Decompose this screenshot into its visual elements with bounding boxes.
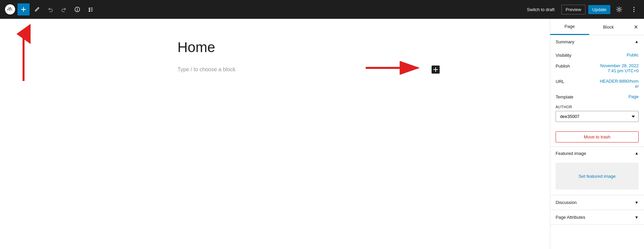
add-block-button[interactable] <box>17 3 30 15</box>
move-to-trash-button[interactable]: Move to trash <box>556 131 639 142</box>
svg-rect-9 <box>91 11 93 11</box>
featured-image-section: Featured image ▼ Set featured image <box>550 147 644 195</box>
tab-block[interactable]: Block <box>589 19 628 35</box>
publish-value[interactable]: November 28, 2022 7:41 pm UTC+0 <box>600 63 639 73</box>
add-block-inline-button[interactable] <box>432 66 440 74</box>
featured-image-section-header[interactable]: Featured image ▼ <box>550 147 644 160</box>
redo-button[interactable] <box>58 3 70 15</box>
publish-label: Publish <box>556 63 579 69</box>
summary-section: Summary ▼ Visibility Public Publish Nove… <box>550 35 644 147</box>
svg-point-12 <box>634 9 635 10</box>
page-attributes-section-title: Page Attributes <box>556 215 585 220</box>
discussion-section-header[interactable]: Discussion ▼ <box>550 195 644 210</box>
undo-button[interactable] <box>44 3 56 15</box>
featured-image-chevron-icon: ▼ <box>635 151 639 156</box>
main-layout: Home Type / to choose a block <box>0 19 644 249</box>
featured-image-content: Set featured image <box>550 160 644 195</box>
svg-rect-7 <box>91 9 93 10</box>
block-placeholder-row[interactable]: Type / to choose a block <box>177 64 372 75</box>
list-view-button[interactable] <box>85 3 97 15</box>
summary-section-title: Summary <box>556 39 574 44</box>
author-label: AUTHOR <box>556 105 639 109</box>
editor-content: Home Type / to choose a block <box>171 39 379 75</box>
svg-point-13 <box>634 11 635 12</box>
template-label: Template <box>556 94 579 99</box>
featured-image-section-title: Featured image <box>556 151 586 156</box>
svg-rect-6 <box>89 9 90 10</box>
url-row: URL HEADER:8890/hom e/ <box>556 79 639 89</box>
discussion-section-title: Discussion <box>556 200 577 205</box>
visibility-row: Visibility Public <box>556 52 639 58</box>
wp-logo[interactable]: W <box>4 3 16 15</box>
summary-section-header[interactable]: Summary ▼ <box>550 35 644 48</box>
page-attributes-section: Page Attributes ▼ <box>550 210 644 225</box>
arrow-right-annotation <box>366 61 433 75</box>
svg-point-11 <box>634 7 635 8</box>
preview-button[interactable]: Preview <box>561 5 586 14</box>
trash-section: Move to trash <box>550 127 644 147</box>
toolbar-right: Switch to draft Preview Update <box>523 3 640 15</box>
sidebar-close-button[interactable]: × <box>628 19 644 35</box>
page-attributes-section-header[interactable]: Page Attributes ▼ <box>550 210 644 224</box>
page-attributes-chevron-icon: ▼ <box>635 215 639 220</box>
update-button[interactable]: Update <box>588 5 610 14</box>
page-title[interactable]: Home <box>177 39 372 56</box>
discussion-section: Discussion ▼ <box>550 195 644 210</box>
top-toolbar: W <box>0 0 644 19</box>
switch-to-draft-button[interactable]: Switch to draft <box>523 5 558 14</box>
info-button[interactable] <box>71 3 83 15</box>
summary-content: Visibility Public Publish November 28, 2… <box>550 48 644 103</box>
set-featured-image-button[interactable]: Set featured image <box>556 163 639 190</box>
template-value[interactable]: Page <box>629 94 639 99</box>
visibility-label: Visibility <box>556 52 579 58</box>
publish-row: Publish November 28, 2022 7:41 pm UTC+0 <box>556 63 639 73</box>
tab-page[interactable]: Page <box>550 19 589 35</box>
discussion-chevron-icon: ▼ <box>635 200 639 205</box>
svg-rect-4 <box>89 8 90 9</box>
url-value[interactable]: HEADER:8890/hom e/ <box>600 79 639 89</box>
url-label: URL <box>556 79 579 84</box>
svg-point-10 <box>618 8 620 10</box>
toolbar-left: W <box>4 3 97 15</box>
author-select[interactable]: dee35007 <box>556 111 639 122</box>
placeholder-text: Type / to choose a block <box>177 67 372 73</box>
arrow-up-annotation <box>20 29 27 84</box>
edit-mode-button[interactable] <box>31 3 43 15</box>
visibility-value[interactable]: Public <box>627 52 639 57</box>
sidebar-tabs: Page Block × <box>550 19 644 35</box>
svg-rect-8 <box>89 11 90 12</box>
template-row: Template Page <box>556 94 639 99</box>
svg-rect-5 <box>91 8 93 8</box>
more-options-button[interactable] <box>628 3 640 15</box>
svg-text:W: W <box>8 7 12 12</box>
author-section: AUTHOR dee35007 <box>550 103 644 127</box>
editor-area[interactable]: Home Type / to choose a block <box>0 19 550 249</box>
settings-button[interactable] <box>613 3 625 15</box>
summary-chevron-icon: ▼ <box>635 40 639 44</box>
sidebar: Page Block × Summary ▼ Visibility Public… <box>550 19 644 249</box>
